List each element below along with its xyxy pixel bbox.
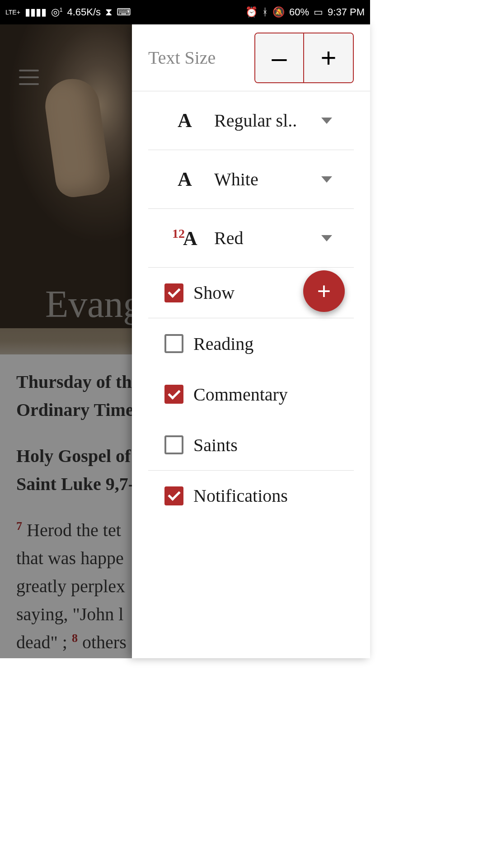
reading-row[interactable]: Reading <box>148 318 354 369</box>
status-right: ⏰ ᚼ 🔕 60% ▭ 9:37 PM <box>245 6 365 18</box>
notifications-checkbox[interactable] <box>164 486 183 505</box>
signal-bars-icon: ▮▮▮▮ <box>25 6 47 18</box>
settings-panel: Text Size – + A Regular sl.. A White 12A… <box>132 24 370 658</box>
saints-row[interactable]: Saints <box>148 420 354 470</box>
show-row[interactable]: Show + <box>148 268 354 318</box>
saints-label: Saints <box>193 434 238 456</box>
chevron-down-icon <box>321 118 332 124</box>
reading-label: Reading <box>193 333 253 354</box>
chevron-down-icon <box>321 235 332 241</box>
text-size-label: Text Size <box>148 47 216 68</box>
font-dropdown[interactable]: A Regular sl.. <box>148 91 354 150</box>
alarm-icon: ⏰ <box>245 6 258 18</box>
battery-pct: 60% <box>289 6 309 18</box>
font-sample-icon: A <box>164 109 205 132</box>
show-checkbox[interactable] <box>164 283 183 302</box>
chevron-down-icon <box>321 176 332 183</box>
hourglass-icon: ⧗ <box>105 6 112 18</box>
notifications-label: Notifications <box>193 485 288 506</box>
bluetooth-icon: ᚼ <box>262 6 268 18</box>
reading-checkbox[interactable] <box>164 334 183 353</box>
network-type-icon: LTE+ <box>5 9 20 15</box>
status-left: LTE+ ▮▮▮▮ ◎1 4.65K/s ⧗ ⌨ <box>5 6 131 18</box>
add-fab-button[interactable]: + <box>303 270 345 312</box>
hotspot-icon: ◎1 <box>51 6 63 18</box>
notifications-row[interactable]: Notifications <box>148 470 354 521</box>
battery-icon: ▭ <box>314 6 323 18</box>
decrease-text-button[interactable]: – <box>255 33 304 82</box>
text-size-button-group: – + <box>254 33 354 83</box>
status-bar: LTE+ ▮▮▮▮ ◎1 4.65K/s ⧗ ⌨ ⏰ ᚼ 🔕 60% ▭ 9:3… <box>0 0 370 24</box>
font-value: Regular sl.. <box>205 110 321 131</box>
commentary-row[interactable]: Commentary <box>148 369 354 420</box>
increase-text-button[interactable]: + <box>304 33 353 82</box>
dnd-icon: 🔕 <box>272 6 285 18</box>
accent-sample-icon: 12A <box>164 226 205 250</box>
accent-value: Red <box>205 227 321 249</box>
commentary-label: Commentary <box>193 384 288 405</box>
clock: 9:37 PM <box>328 6 365 18</box>
keyboard-icon: ⌨ <box>117 6 131 18</box>
show-label: Show <box>193 282 235 303</box>
text-size-row: Text Size – + <box>132 24 370 91</box>
accent-color-dropdown[interactable]: 12A Red <box>148 209 354 268</box>
bg-sample-icon: A <box>164 168 205 191</box>
data-speed: 4.65K/s <box>67 6 101 18</box>
saints-checkbox[interactable] <box>164 435 183 454</box>
commentary-checkbox[interactable] <box>164 385 183 404</box>
background-color-dropdown[interactable]: A White <box>148 150 354 209</box>
bg-value: White <box>205 169 321 190</box>
